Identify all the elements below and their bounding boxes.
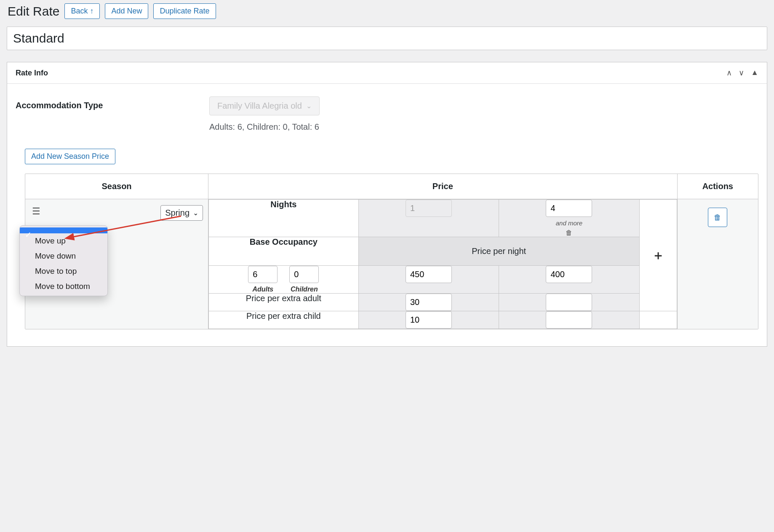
price-cell: Nights and more 🗑 (208, 199, 678, 329)
children-caption: Children (291, 286, 318, 293)
back-button[interactable]: Back ↑ (64, 3, 100, 19)
nights-label: Nights (209, 200, 359, 237)
season-table: Season Price Actions ☰ Spring ⌄ (25, 174, 758, 329)
chevron-down-icon: ⌄ (306, 102, 312, 110)
rate-info-head: Rate Info ∧ ∨ ▲ (7, 62, 767, 84)
extra-child-input-2[interactable] (546, 311, 592, 329)
drag-handle-icon[interactable]: ☰ (30, 205, 43, 217)
col-price: Price (208, 174, 678, 199)
season-cell: ☰ Spring ⌄ Move up Move down Move to top… (25, 199, 208, 329)
children-input[interactable] (289, 266, 319, 283)
rate-info-title: Rate Info (16, 69, 48, 78)
price-input-1[interactable] (406, 266, 452, 283)
reorder-context-menu[interactable]: Move up Move down Move to top Move to bo… (19, 225, 108, 296)
ctx-item-move-down[interactable]: Move down (20, 249, 107, 264)
extra-child-input-1[interactable] (406, 311, 452, 329)
nights-input-1 (406, 200, 452, 217)
accommodation-selected: Family Villa Alegria old (217, 101, 302, 111)
nights-input-2[interactable] (546, 200, 592, 217)
rate-name-input[interactable] (7, 27, 767, 50)
metabox-toggles: ∧ ∨ ▲ (726, 68, 758, 78)
add-season-price-label: Add New Season Price (31, 151, 109, 162)
rate-info-box: Rate Info ∧ ∨ ▲ Accommodation Type Famil… (7, 62, 767, 347)
ctx-item-move-to-top[interactable]: Move to top (20, 264, 107, 279)
page-title: Edit Rate (8, 4, 59, 19)
extra-child-label: Price per extra child (209, 311, 359, 329)
duplicate-rate-label: Duplicate Rate (160, 6, 209, 16)
season-table-head: Season Price Actions (25, 174, 758, 199)
col-actions: Actions (678, 174, 758, 199)
accommodation-summary: Adults: 6, Children: 0, Total: 6 (209, 122, 320, 132)
season-row: ☰ Spring ⌄ Move up Move down Move to top… (25, 199, 758, 329)
move-down-icon[interactable]: ∨ (739, 68, 744, 78)
ctx-item-move-to-bottom[interactable]: Move to bottom (20, 279, 107, 294)
extra-adult-input-2[interactable] (546, 294, 592, 311)
season-selected: Spring (165, 208, 189, 218)
nights-delete-icon[interactable]: 🗑 (499, 229, 639, 237)
rate-name-card (7, 27, 767, 50)
add-column-button[interactable]: ＋ (649, 248, 668, 262)
delete-row-button[interactable]: 🗑 (708, 208, 727, 227)
ctx-item-move-up[interactable]: Move up (20, 233, 107, 249)
duplicate-rate-button[interactable]: Duplicate Rate (153, 3, 216, 19)
extra-adult-label: Price per extra adult (209, 294, 359, 311)
chevron-down-icon: ⌄ (193, 209, 198, 217)
page-header: Edit Rate Back ↑ Add New Duplicate Rate (8, 3, 767, 19)
move-up-icon[interactable]: ∧ (726, 68, 732, 78)
accommodation-select[interactable]: Family Villa Alegria old ⌄ (209, 96, 320, 115)
extra-adult-input-1[interactable] (406, 294, 452, 311)
trash-icon: 🗑 (714, 213, 721, 222)
actions-cell: 🗑 (678, 199, 758, 329)
price-per-night-label: Price per night (358, 237, 639, 266)
base-occupancy-label: Base Occupancy (209, 237, 359, 266)
ctx-item-selected[interactable] (20, 227, 107, 233)
price-input-2[interactable] (546, 266, 592, 283)
accommodation-label: Accommodation Type (16, 96, 142, 110)
adults-input[interactable] (248, 266, 278, 283)
col-season: Season (25, 174, 208, 199)
add-season-price-button[interactable]: Add New Season Price (25, 149, 115, 164)
adults-caption: Adults (252, 286, 273, 293)
collapse-icon[interactable]: ▲ (751, 68, 758, 78)
back-label: Back ↑ (71, 6, 93, 16)
nights-and-more: and more (499, 219, 639, 227)
add-new-button[interactable]: Add New (105, 3, 148, 19)
accommodation-row: Accommodation Type Family Villa Alegria … (16, 96, 758, 132)
season-select[interactable]: Spring ⌄ (160, 205, 203, 221)
add-new-label: Add New (111, 6, 142, 16)
